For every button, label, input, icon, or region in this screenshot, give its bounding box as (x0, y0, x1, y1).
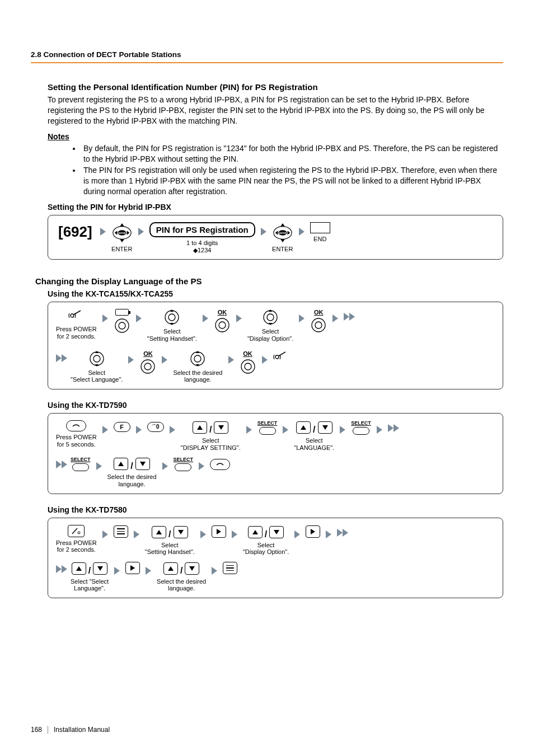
svg-point-25 (267, 314, 274, 321)
svg-marker-10 (275, 231, 278, 235)
doc-title: Installation Manual (54, 726, 110, 734)
arrow-icon (162, 462, 168, 470)
power-button-icon (66, 420, 86, 431)
jog-dial-icon (240, 358, 256, 375)
arrow-icon (332, 314, 338, 322)
f-key-icon: F (114, 422, 130, 432)
slash: / (180, 566, 182, 576)
arrow-icon (232, 530, 237, 538)
antenna-icon (273, 350, 289, 365)
note-item: By default, the PIN for PS registration … (81, 143, 503, 165)
enter-button-icon: ENTER (111, 222, 133, 243)
page-number: 168 (31, 726, 42, 734)
arrow-icon (203, 314, 208, 322)
jog-dial-icon (214, 317, 231, 334)
arrow-icon (283, 426, 288, 434)
arrow-icon (128, 356, 134, 364)
up-arrow-icon (72, 562, 86, 575)
step-label: Select "Display Option". (243, 542, 289, 556)
lang-section-title: Changing the Display Language of the PS (35, 276, 503, 286)
slash: / (265, 529, 267, 539)
tca-flow-diagram: Press POWER for 2 seconds. Select "Setti… (48, 302, 503, 389)
continue-arrow-icon (56, 461, 67, 468)
enter-button-icon: ENTER (272, 222, 293, 243)
step-label: Select "Setting Handset". (145, 542, 195, 556)
pin-registration-box: PIN for PS Registration (149, 222, 255, 237)
right-arrow-icon (306, 525, 320, 538)
arrow-icon (236, 314, 242, 322)
right-arrow-icon (212, 525, 226, 538)
svg-line-43 (279, 352, 285, 356)
arrow-icon (102, 426, 108, 434)
notes-list: By default, the PIN for PS registration … (81, 143, 503, 197)
svg-marker-3 (114, 231, 117, 235)
svg-point-45 (78, 532, 80, 534)
svg-text:ENTER: ENTER (118, 232, 125, 234)
arrow-icon (228, 356, 234, 364)
td7590-heading: Using the KX-TD7590 (48, 401, 503, 410)
continue-arrow-icon (388, 424, 399, 432)
svg-point-40 (241, 360, 255, 373)
arrow-icon (136, 314, 142, 322)
svg-point-41 (245, 363, 251, 370)
end-label: END (313, 236, 326, 243)
svg-text:ENTER: ENTER (279, 232, 286, 234)
notes-label: Notes (48, 132, 503, 141)
tca-heading: Using the KX-TCA155/KX-TCA255 (48, 289, 503, 298)
select-label: SELECT (351, 420, 371, 426)
arrow-icon (299, 228, 305, 236)
down-arrow-icon (185, 562, 199, 575)
pin-section-title: Setting the Personal Identification Numb… (48, 82, 503, 92)
td7580-heading: Using the KX-TD7580 (48, 505, 503, 514)
pin-section-intro: To prevent registering the PS to a wrong… (48, 95, 503, 126)
svg-point-14 (71, 314, 74, 317)
soft-button-icon (72, 463, 89, 471)
down-arrow-icon (214, 421, 228, 434)
power-antenna-icon (68, 525, 85, 537)
jog-dial-icon (163, 309, 180, 326)
arrow-icon (246, 426, 252, 434)
soft-button-icon (259, 427, 276, 435)
svg-marker-0 (120, 223, 124, 227)
arrow-icon (340, 426, 345, 434)
down-arrow-icon (318, 421, 332, 434)
step-label: Select "LANGUAGE". (294, 437, 334, 451)
ok-label: OK (218, 309, 227, 316)
svg-point-28 (312, 318, 325, 332)
select-label: SELECT (71, 457, 91, 462)
step-label: Select the desired language. (157, 578, 206, 592)
step-label: Select "Select Language". (71, 369, 123, 383)
arrow-icon (199, 462, 204, 470)
svg-point-17 (119, 322, 125, 329)
step-label: Select "Display Option". (247, 328, 293, 342)
slash: / (168, 529, 171, 539)
jog-dial-icon (114, 317, 130, 334)
step-label: Select "DISPLAY SETTING". (181, 437, 241, 451)
default-label: ◆1234 (193, 247, 211, 254)
svg-point-24 (264, 311, 277, 324)
arrow-icon (136, 426, 142, 434)
slash: / (130, 461, 133, 471)
svg-marker-1 (120, 240, 124, 243)
svg-point-18 (165, 311, 179, 324)
select-label: SELECT (174, 457, 194, 462)
jog-dial-icon (262, 309, 279, 326)
arrow-icon (200, 530, 206, 538)
menu-icon (223, 562, 237, 574)
up-arrow-icon (152, 526, 166, 538)
pin-flow-diagram: [692] ENTER ENTER PIN for PS Registratio… (48, 215, 503, 260)
right-arrow-icon (125, 562, 140, 574)
arrow-icon (162, 356, 167, 364)
arrow-icon (294, 530, 300, 538)
arrow-icon (114, 567, 120, 575)
ok-label: OK (314, 309, 324, 316)
arrow-icon (170, 426, 175, 434)
svg-marker-8 (280, 240, 285, 243)
down-arrow-icon (269, 526, 284, 538)
td7580-flow-diagram: Press POWER for 2 seconds. / Select "Set… (48, 518, 503, 599)
page-footer: 168 Installation Manual (31, 726, 110, 734)
page-header: 2.8 Connection of DECT Portable Stations (31, 50, 503, 62)
svg-point-37 (194, 355, 201, 362)
code-692: [692] (56, 224, 95, 239)
slash: / (313, 425, 315, 435)
